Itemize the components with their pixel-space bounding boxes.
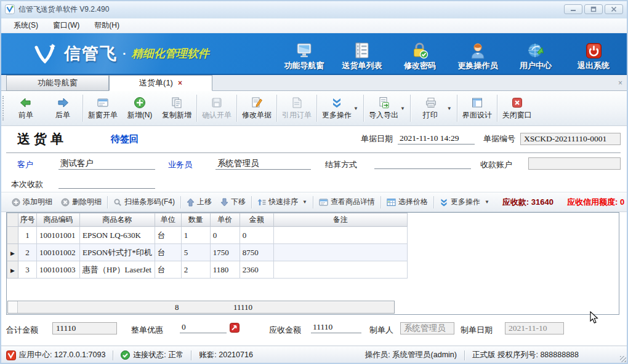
select-price-button[interactable]: 选择价格 [382, 195, 432, 209]
brand-logo-icon [32, 42, 59, 65]
table-row[interactable]: ▶ 2 100101002 EPSON针式打*印机 台 5 1750 8750 [7, 244, 408, 261]
document-icon [291, 97, 303, 109]
prev-order-button[interactable]: 前单 [7, 91, 44, 125]
summary-amount: 11110 [233, 303, 252, 312]
table-row[interactable]: 1 100101001 EPSON LQ-630K 台 1 0 0 [7, 227, 408, 244]
main-toolbar: 前单 后单 新窗开单 新增(N) 复制新增 确认开单 修改单据 [0, 91, 628, 126]
doc-status-badge: 待签回 [111, 133, 139, 145]
menu-window[interactable]: 窗口(W) [46, 18, 87, 33]
exit-system-label: 退出系统 [578, 60, 610, 71]
switch-operator-label: 更换操作员 [458, 60, 498, 71]
quick-sort-button[interactable]: 快速排序 ▼ [253, 195, 312, 209]
import-export-dropdown-icon[interactable]: ▼ [400, 106, 405, 111]
delivery-list-button[interactable]: 送货单列表 [336, 37, 388, 71]
make-date-label: 制单日期 [461, 325, 493, 336]
user-center-button[interactable]: 用户中心 [510, 37, 562, 71]
delivery-list-label: 送货单列表 [342, 60, 382, 71]
maximize-button[interactable] [584, 4, 603, 14]
minimize-button[interactable] [564, 4, 582, 14]
customer-label[interactable]: 客户 [17, 159, 33, 170]
copy-new-button[interactable]: 复制新增 [158, 91, 195, 125]
edit-icon [251, 97, 263, 109]
ui-design-button[interactable]: 界面设计 [459, 91, 496, 125]
more-actions-button[interactable]: 更多操作 ▼ [318, 91, 362, 125]
items-grid: 序号 商品编码 商品名称 单位 数量 单价 金额 备注 1 100101001 … [6, 212, 619, 315]
doc-header: 送货单 待签回 单据日期 2021-11-10 14:29 单据编号 XSCKD… [0, 126, 628, 153]
receivable-amount-field[interactable]: 11110 [311, 322, 361, 333]
tab-nav-window[interactable]: 功能导航窗 [6, 75, 109, 91]
change-password-label: 修改密码 [404, 60, 436, 71]
window-title: 信管飞送货单软件 V9.2.490 [18, 4, 109, 15]
menu-help[interactable]: 帮助(H) [87, 18, 127, 33]
edit-order-button[interactable]: 修改单据 [238, 91, 275, 125]
payment-field[interactable] [58, 178, 155, 189]
app-window: 信管飞送货单软件 V9.2.490 系统(S) 窗口(W) 帮助(H) 信管飞 … [0, 0, 628, 364]
brand-dot: · [123, 47, 127, 61]
discount-field[interactable]: 0 [180, 322, 227, 333]
table-row[interactable]: ▶ 3 100101003 惠普（HP）LaserJet 台 2 1180 23… [7, 261, 408, 279]
close-button[interactable] [605, 4, 623, 14]
doc-date-field[interactable]: 2021-11-10 14:29 [398, 133, 475, 144]
totals-bar: 合计金额 11110 整单优惠 0 应收金额 11110 制单人 系统管理员 制… [0, 315, 628, 346]
print-button[interactable]: 打印 ▼ [412, 91, 456, 125]
toolbar-grip[interactable] [2, 96, 6, 121]
person-icon [469, 42, 486, 59]
tabstrip-close-icon[interactable]: × [618, 79, 622, 87]
doc-date-label: 单据日期 [361, 133, 393, 144]
new-window-order-button[interactable]: 新窗开单 [84, 91, 121, 125]
customer-field[interactable]: 测试客户 [58, 158, 155, 170]
col-price: 单价 [210, 213, 240, 227]
tab-close-icon[interactable]: × [178, 79, 182, 87]
status-bar: 应用中心: 127.0.0.1:7093 连接状态: 正常 账套: 202107… [0, 346, 628, 364]
move-down-button[interactable]: 下移 [216, 195, 250, 209]
credit-limit-indicator: 应收信用额度: 0 [567, 197, 624, 208]
move-up-button[interactable]: 上移 [182, 195, 216, 209]
globe-icon [527, 42, 545, 59]
items-table: 序号 商品编码 商品名称 单位 数量 单价 金额 备注 1 100101001 … [7, 213, 408, 279]
menu-bar: 系统(S) 窗口(W) 帮助(H) [0, 18, 628, 33]
grid-more-dropdown-icon[interactable]: ▼ [485, 199, 489, 205]
exit-system-button[interactable]: 退出系统 [568, 37, 619, 71]
printer-icon [424, 97, 437, 109]
salesman-field[interactable]: 系统管理员 [215, 158, 311, 170]
more-actions-dropdown-icon[interactable]: ▼ [353, 106, 358, 111]
grid-summary-row: 8 11110 [7, 301, 395, 314]
close-window-button[interactable]: 关闭窗口 [499, 91, 536, 125]
nav-window-button[interactable]: 功能导航窗 [278, 37, 330, 71]
quote-order-button: 引用订单 [278, 91, 315, 125]
col-product-name: 商品名称 [80, 213, 155, 227]
discount-action-icon[interactable] [230, 323, 240, 333]
salesman-label[interactable]: 业务员 [168, 159, 192, 170]
user-center-label: 用户中心 [520, 60, 552, 71]
account-set-status: 账套: 20210716 [199, 350, 253, 360]
grid-toolbar: 添加明细 删除明细 扫描条形码(F4) 上移 下移 快速排序 ▼ 查看商 [0, 192, 628, 212]
view-product-detail-button[interactable]: 查看商品详情 [315, 195, 379, 209]
quick-sort-dropdown-icon[interactable]: ▼ [302, 199, 307, 205]
row-marker: ▶ [10, 250, 15, 256]
print-dropdown-icon[interactable]: ▼ [447, 106, 452, 111]
settle-method-field[interactable] [374, 158, 471, 169]
scan-barcode-button[interactable]: 扫描条形码(F4) [109, 195, 179, 209]
brand-slogan: 精细化管理软件 [132, 46, 209, 61]
arrow-right-icon [57, 97, 69, 109]
tab-delivery-order[interactable]: 送货单(1) × [109, 75, 212, 91]
plus-circle-icon [134, 97, 146, 109]
change-password-button[interactable]: 修改密码 [394, 37, 446, 71]
receivable-amount-label: 应收金额 [269, 325, 301, 336]
delete-detail-button[interactable]: 删除明细 [57, 195, 106, 209]
barcode-scanner-icon [113, 198, 122, 207]
add-new-button[interactable]: 新增(N) [121, 91, 158, 125]
receivable-indicator: 应收款: 31640 [502, 197, 554, 208]
switch-operator-button[interactable]: 更换操作员 [452, 37, 504, 71]
add-detail-button[interactable]: 添加明细 [7, 195, 57, 209]
col-qty: 数量 [181, 213, 210, 227]
import-export-button[interactable]: 导入导出 ▼ [365, 91, 409, 125]
plus-grey-icon [12, 198, 20, 207]
discount-label: 整单优惠 [131, 325, 163, 336]
nav-window-label: 功能导航窗 [284, 60, 324, 71]
resize-grip[interactable] [620, 356, 626, 362]
next-order-button[interactable]: 后单 [44, 91, 81, 125]
menu-system[interactable]: 系统(S) [6, 18, 46, 33]
total-amount-label: 合计金额 [6, 325, 38, 336]
grid-more-actions-button[interactable]: 更多操作 ▼ [435, 195, 494, 209]
